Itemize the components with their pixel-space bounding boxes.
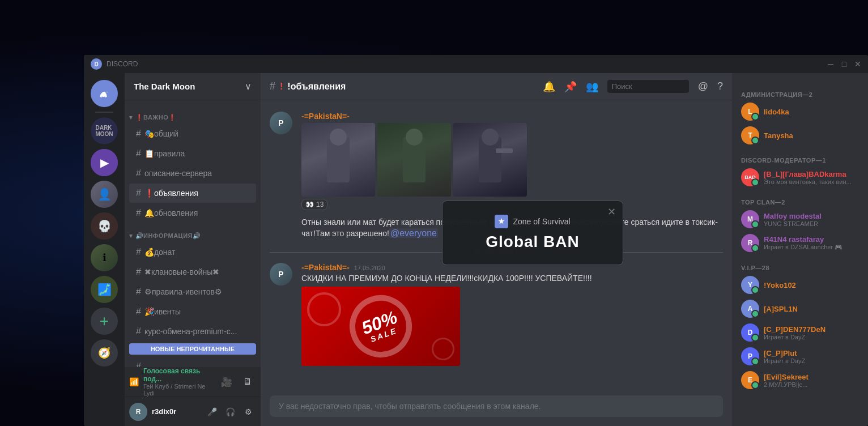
channel-name: ... — [144, 362, 151, 367]
hash-icon: # — [136, 306, 141, 317]
bell-button[interactable]: 🔔 — [543, 80, 555, 93]
promo-image[interactable]: 50% SALE — [301, 287, 460, 366]
member-avatar: P — [741, 347, 759, 365]
channel-name: курс-обмена-premium-с... — [144, 327, 237, 336]
member-status: Играет в DayZ — [764, 357, 859, 364]
message-text-3: СКИДКИ НА ПРЕМИУМ ДО КОНЦА НЕДЕЛИ!!!сКИД… — [301, 273, 723, 284]
channel-pravila[interactable]: # 📋правила — [129, 144, 256, 163]
minimize-button[interactable]: ─ — [827, 61, 834, 67]
member-malfoy[interactable]: M Malfoy modestal YUNG STREAMER — [737, 208, 863, 231]
channel-name: 📋правила — [144, 149, 185, 158]
channel-extra[interactable]: # ... — [129, 357, 256, 367]
member-info: !Yoko102 — [764, 281, 859, 289]
reaction-eyes[interactable]: 👀 13 — [301, 199, 327, 210]
category-label: ❗ВАЖНО❗ — [135, 114, 177, 121]
member-status: Играет в DayZ — [764, 334, 859, 340]
ban-overlay: ✕ Zone of Survival Global BAN — [442, 201, 623, 265]
maximize-button[interactable]: □ — [841, 61, 848, 67]
member-avatar: L — [741, 103, 759, 121]
close-button[interactable]: ✕ — [854, 61, 861, 67]
hash-icon: # — [136, 208, 141, 218]
hash-icon: # — [136, 361, 141, 367]
channel-pravila-iventov[interactable]: # ⚙правила-ивентов⚙ — [129, 282, 256, 301]
member-avatar: Y — [741, 276, 759, 294]
user-server-icon[interactable]: 👤 — [91, 181, 118, 208]
channel-obnovleniya[interactable]: # 🔔обновления — [129, 203, 256, 223]
voice-status-bar: 📶 Голосовая связь под... Гей Клуб / Stri… — [125, 367, 261, 397]
info-server-icon[interactable]: ℹ — [91, 244, 118, 271]
channel-kurs[interactable]: # курс-обмена-premium-с... — [129, 322, 256, 341]
channel-klanovye[interactable]: # ✖клановые-войны✖ — [129, 262, 256, 282]
mod-category: DISCORD-МОДЕРАТОР—1 — [737, 148, 863, 166]
message-author: -=PakistaN=- — [301, 112, 350, 121]
at-button[interactable]: @ — [698, 80, 708, 92]
category-vazno[interactable]: ▾ ❗ВАЖНО❗ — [125, 105, 261, 123]
channel-opisanie[interactable]: # описание-сервера — [129, 164, 256, 183]
hash-icon: # — [136, 247, 141, 257]
channel-name: 💰донат — [144, 248, 176, 257]
twitch-server-icon[interactable]: ▶ — [91, 149, 118, 176]
channel-iventy[interactable]: # 🎉ивенты — [129, 302, 256, 321]
channel-name: 🎉ивенты — [144, 307, 181, 316]
hash-icon: # — [136, 129, 141, 139]
message-image-3[interactable] — [453, 123, 527, 197]
member-status: Играет в DZSALauncher 🎮 — [764, 244, 859, 251]
members-button[interactable]: 👥 — [586, 80, 598, 93]
member-info: [Evil]Sekreet 2 МУЛ.УРВ||с... — [764, 373, 859, 388]
message-author-3: -=PakistaN=- — [301, 263, 350, 272]
member-name: R41N4 rastafaray — [764, 235, 859, 244]
chevron-icon: ▾ — [129, 114, 133, 121]
explore-servers-icon[interactable]: 🧭 — [91, 339, 118, 367]
header-actions: 🔔 📌 👥 @ ? — [543, 80, 723, 93]
member-info: R41N4 rastafaray Играет в DZSALauncher 🎮 — [764, 235, 859, 251]
land-server-icon[interactable]: 🗾 — [91, 276, 118, 303]
help-button[interactable]: ? — [717, 80, 723, 92]
category-info[interactable]: ▾ 🔊ИНФОРМАЦИЯ🔊 — [125, 223, 261, 242]
ban-close-button[interactable]: ✕ — [607, 206, 616, 218]
server-name: The Dark Moon — [134, 82, 195, 91]
messages-area[interactable]: P -=PakistaN=- — [261, 100, 732, 395]
settings-button[interactable]: ⚙ — [240, 404, 256, 420]
member-tanysha[interactable]: T Tanysha — [737, 124, 863, 147]
chevron-icon: ▾ — [129, 232, 133, 240]
message-group: P -=PakistaN=- — [261, 109, 732, 212]
mic-button[interactable]: 🎤 — [204, 404, 220, 420]
skull-server-icon[interactable]: 💀 — [91, 212, 118, 240]
server-header[interactable]: The Dark Moon ∨ — [125, 73, 261, 100]
member-lido4ka[interactable]: L lido4ka — [737, 100, 863, 123]
pin-button[interactable]: 📌 — [564, 80, 577, 93]
video-button[interactable]: 🎥 — [218, 373, 236, 391]
message-image-1[interactable] — [301, 123, 375, 197]
channel-obyavleniya[interactable]: # ❗объявления — [129, 184, 256, 203]
member-r41n4[interactable]: R R41N4 rastafaray Играет в DZSALauncher… — [737, 232, 863, 254]
member-badkarma[interactable]: BAD [B_L][Глава]BADkarma Это моя винтовк… — [737, 166, 863, 189]
channel-donat[interactable]: # 💰донат — [129, 242, 256, 262]
voice-bars-icon: 📶 — [129, 377, 139, 386]
home-server-icon[interactable] — [91, 80, 118, 107]
member-sekreet[interactable]: E [Evil]Sekreet 2 МУЛ.УРВ||с... — [737, 369, 863, 391]
screen-share-button[interactable]: 🖥 — [238, 373, 256, 391]
avatar-3: P — [270, 263, 292, 286]
channel-sidebar: The Dark Moon ∨ ▾ ❗ВАЖНО❗ # 🎭общий # 📋пр… — [125, 73, 261, 426]
member-info: [B_L][Глава]BADkarma Это моя винтовка, т… — [764, 170, 859, 185]
message-image-2[interactable] — [377, 123, 451, 197]
member-yoko[interactable]: Y !Yoko102 — [737, 274, 863, 296]
headset-button[interactable]: 🎧 — [222, 404, 238, 420]
channel-name: описание-сервера — [144, 169, 212, 178]
member-info: [C_P]Plut Играет в DayZ — [764, 349, 859, 364]
vip-category: V.I.P—28 — [737, 255, 863, 274]
add-server-icon[interactable]: + — [91, 308, 118, 335]
exclamation-icon: ! — [280, 82, 283, 92]
hash-icon: # — [136, 326, 141, 336]
member-den777[interactable]: D [C_P]DEN777DeN Играет в DayZ — [737, 321, 863, 344]
member-avatar: T — [741, 126, 759, 144]
member-plut[interactable]: P [C_P]Plut Играет в DayZ — [737, 345, 863, 368]
chat-area: # ! !объявления 🔔 📌 👥 @ ? P — [261, 73, 732, 426]
member-aspl1n[interactable]: A [A]SPL1N — [737, 297, 863, 320]
channel-obshiy[interactable]: # 🎭общий — [129, 124, 256, 143]
unread-banner[interactable]: НОВЫЕ НЕПРОЧИТАННЫЕ — [129, 343, 256, 355]
member-name: Tanysha — [764, 131, 859, 140]
search-input[interactable] — [607, 80, 689, 93]
darkmoon-server-icon[interactable]: DARKMOON — [91, 117, 118, 144]
user-info: r3dix0r — [152, 407, 199, 416]
